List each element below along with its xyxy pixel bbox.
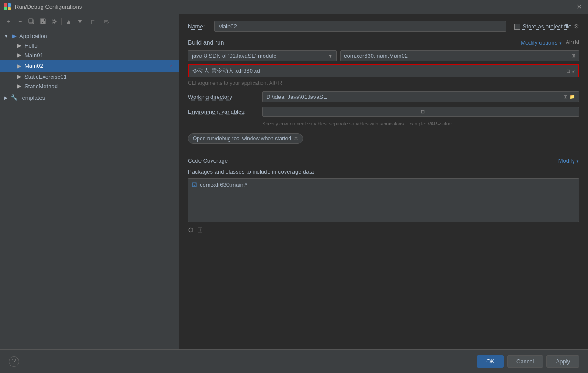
sort-button[interactable]: [101, 17, 111, 26]
main-content: + −: [0, 14, 588, 349]
modify-options-chevron: [559, 39, 562, 46]
modify-coverage-button[interactable]: Modify: [558, 157, 579, 164]
working-dir-folder-icon[interactable]: 📁: [569, 94, 575, 100]
working-dir-row: Working directory: D:\idea_Java\01JavaSE…: [188, 91, 579, 102]
working-dir-label: Working directory:: [188, 94, 258, 100]
store-project-label[interactable]: Store as project file: [523, 23, 571, 30]
build-run-row: java 8 SDK of '01JavaSE' module ▼ com.xd…: [188, 50, 579, 61]
coverage-item: ☑ com.xdr630.main.*: [192, 181, 575, 188]
svg-rect-3: [8, 7, 11, 10]
build-run-title: Build and run: [188, 39, 224, 46]
cancel-button[interactable]: Cancel: [507, 355, 543, 368]
cli-hint: CLI arguments to your application. Alt+R: [188, 80, 579, 86]
tag-container: Open run/debug tool window when started …: [188, 133, 579, 144]
window-title: Run/Debug Configurations: [15, 3, 82, 10]
coverage-add-package-button[interactable]: ⊕: [188, 226, 194, 234]
main-class-icon: ⊞: [571, 53, 575, 59]
coverage-list: ☑ com.xdr630.main.*: [188, 178, 579, 222]
sidebar-item-staticmethod[interactable]: ▶ StaticMethod: [0, 81, 179, 91]
env-hint: Specify environment variables, separate …: [188, 121, 579, 126]
main-class-input[interactable]: com.xdr630.main.Main02 ⊞: [340, 50, 579, 61]
open-debug-tag: Open run/debug tool window when started …: [188, 133, 303, 144]
title-bar-left: Run/Debug Configurations: [3, 3, 82, 11]
coverage-checkbox[interactable]: ☑: [192, 181, 197, 188]
copy-button[interactable]: [26, 17, 37, 26]
args-expand-icon[interactable]: ⤢: [572, 68, 576, 73]
move-down-button[interactable]: ▼: [75, 17, 85, 26]
modify-options-shortcut: Alt+M: [566, 39, 579, 45]
working-dir-value: D:\idea_Java\01JavaSE: [266, 94, 564, 100]
bottom-bar: ? OK Cancel Apply: [0, 349, 588, 373]
modify-chevron: [576, 157, 579, 164]
staticmethod-label: StaticMethod: [24, 83, 58, 90]
svg-rect-7: [41, 19, 44, 21]
main-class-value: com.xdr630.main.Main02: [344, 52, 408, 59]
svg-rect-1: [8, 3, 11, 7]
args-input[interactable]: [189, 65, 578, 77]
tree-templates-group[interactable]: ▶ 🔧 Templates: [0, 93, 179, 102]
coverage-actions: ⊕ ⊞ −: [188, 226, 579, 234]
ok-button[interactable]: OK: [477, 355, 504, 368]
folder-button[interactable]: [89, 17, 100, 26]
name-input[interactable]: [214, 21, 506, 32]
config-icon-main02: ▶: [16, 63, 23, 70]
coverage-add-class-button[interactable]: ⊞: [197, 226, 203, 234]
apply-button[interactable]: Apply: [546, 355, 579, 368]
help-button[interactable]: ?: [9, 356, 19, 367]
args-container: ⊞ ⤢: [188, 64, 579, 77]
sidebar: + −: [0, 14, 179, 349]
tree: ▼ ▶ Application ▶ Hello ▶ Main01 ▶ Main0…: [0, 29, 179, 349]
java-sdk-label: java 8 SDK of '01JavaSE' module: [192, 52, 277, 59]
red-arrow: →: [166, 61, 174, 70]
title-bar: Run/Debug Configurations ✕: [0, 0, 588, 14]
application-label: Application: [19, 33, 47, 39]
packages-label: Packages and classes to include in cover…: [188, 168, 579, 175]
sidebar-item-main01[interactable]: ▶ Main01: [0, 50, 179, 60]
remove-button[interactable]: −: [15, 17, 25, 26]
sdk-dropdown-icon: ▼: [328, 53, 333, 59]
config-icon-hello: ▶: [16, 42, 23, 49]
toolbar: + −: [0, 14, 179, 29]
coverage-item-label: com.xdr630.main.*: [200, 181, 247, 188]
svg-rect-0: [4, 3, 7, 7]
close-button[interactable]: ✕: [574, 2, 585, 12]
modify-label: Modify: [558, 157, 575, 164]
args-edit-icon[interactable]: ⊞: [566, 68, 570, 73]
separator2: [87, 18, 87, 25]
save-button[interactable]: [38, 17, 48, 26]
modify-options-label: Modify options: [521, 39, 557, 46]
modify-options-button[interactable]: Modify options: [521, 39, 562, 46]
name-label: Name:: [188, 23, 210, 30]
main02-label: Main02: [24, 63, 43, 69]
coverage-section: Code Coverage Modify Packages and classe…: [188, 153, 579, 234]
svg-rect-9: [42, 22, 43, 23]
settings-button[interactable]: [49, 17, 59, 26]
expand-icon: ▼: [3, 33, 9, 38]
args-icons: ⊞ ⤢: [566, 68, 576, 73]
build-run-header: Build and run Modify options Alt+M: [188, 39, 579, 46]
env-vars-row: Environment variables: ⊞: [188, 107, 579, 117]
right-panel: Name: Store as project file ⚙ Build and …: [179, 14, 588, 349]
store-project-checkbox[interactable]: [514, 24, 520, 30]
config-icon-staticmethod: ▶: [16, 83, 23, 90]
tree-application-group[interactable]: ▼ ▶ Application: [0, 31, 179, 41]
sidebar-item-hello[interactable]: ▶ Hello: [0, 41, 179, 50]
name-row: Name: Store as project file ⚙: [188, 21, 579, 32]
config-icon-static: ▶: [16, 73, 23, 80]
staticexercise01-label: StaticExercise01: [24, 73, 67, 80]
move-up-button[interactable]: ▲: [63, 17, 74, 26]
working-dir-browse-icon[interactable]: ⊞: [564, 94, 567, 100]
working-dir-input[interactable]: D:\idea_Java\01JavaSE ⊞ 📁: [262, 91, 579, 102]
tag-close-button[interactable]: ✕: [294, 136, 298, 142]
env-vars-input[interactable]: ⊞: [262, 107, 579, 117]
coverage-header: Code Coverage Modify: [188, 153, 579, 164]
java-sdk-select[interactable]: java 8 SDK of '01JavaSE' module ▼: [188, 50, 337, 61]
sidebar-item-staticexercise01[interactable]: ▶ StaticExercise01: [0, 72, 179, 81]
application-group-icon: ▶: [10, 32, 17, 39]
sidebar-item-main02[interactable]: ▶ Main02 →: [0, 60, 179, 72]
add-button[interactable]: +: [3, 17, 14, 26]
open-debug-label: Open run/debug tool window when started: [193, 136, 291, 142]
coverage-title: Code Coverage: [188, 157, 228, 164]
store-gear-icon[interactable]: ⚙: [574, 23, 579, 30]
env-vars-icon[interactable]: ⊞: [421, 109, 576, 115]
